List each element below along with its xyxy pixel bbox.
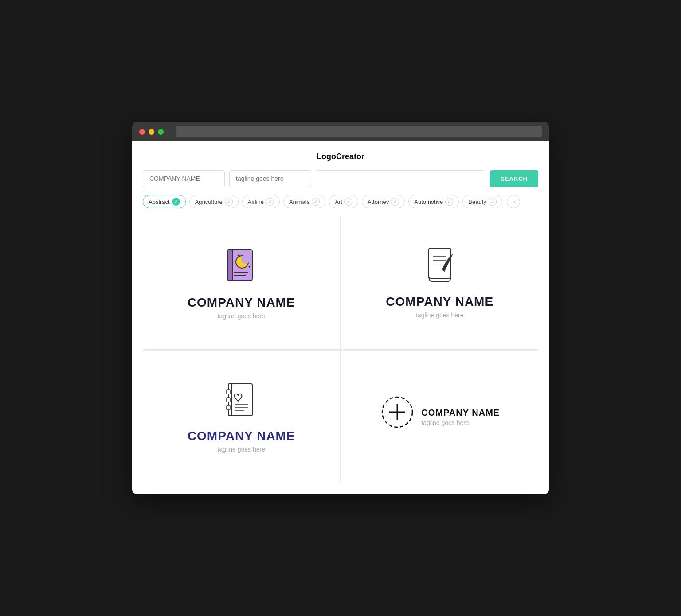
filter-label-beauty: Beauty — [468, 199, 486, 205]
logo1-tagline: tagline goes here — [218, 312, 265, 320]
filter-label-airline: Airline — [248, 199, 264, 205]
search-button[interactable]: SEARCH — [490, 170, 538, 187]
svg-rect-1 — [228, 250, 232, 281]
logo2-tagline: tagline goes here — [416, 312, 463, 319]
check-icon-attorney — [391, 198, 399, 206]
filter-chip-agriculture[interactable]: Agriculture — [189, 195, 239, 208]
filter-chip-automotive[interactable]: Automotive — [408, 195, 459, 208]
app-content: LogoCreator SEARCH Abstract Agriculture … — [132, 141, 549, 494]
logo-card-1[interactable]: ✦ ✦ COMPANY NAME tagline goes here — [143, 216, 340, 349]
svg-text:✦: ✦ — [248, 265, 251, 269]
close-button[interactable] — [139, 129, 145, 135]
app-title: LogoCreator — [143, 152, 538, 161]
filter-chip-beauty[interactable]: Beauty — [462, 195, 502, 208]
filter-bar: Abstract Agriculture Airline Animals Art… — [143, 195, 538, 208]
check-icon-agriculture — [225, 198, 233, 206]
address-bar[interactable] — [176, 126, 542, 137]
filter-label-attorney: Attorney — [368, 199, 389, 205]
logo3-tagline: tagline goes here — [218, 446, 265, 453]
circle-plus-icon — [380, 394, 415, 432]
filter-chip-attorney[interactable]: Attorney — [362, 195, 405, 208]
logo4-inline-container: COMPANY NAME tagline goes here — [380, 394, 500, 440]
logo-card-2[interactable]: COMPANY NAME tagline goes here — [341, 216, 539, 349]
filter-label-agriculture: Agriculture — [195, 199, 223, 205]
search-bar: SEARCH — [143, 170, 538, 187]
browser-titlebar — [132, 122, 549, 141]
logo4-tagline: tagline goes here — [421, 419, 500, 426]
company-name-input[interactable] — [143, 170, 225, 187]
check-icon-airline — [266, 198, 274, 206]
extra-input[interactable] — [316, 170, 485, 187]
logo4-company-name: COMPANY NAME — [421, 408, 500, 418]
filter-chip-art[interactable]: Art — [329, 195, 358, 208]
filter-label-art: Art — [335, 199, 342, 205]
svg-point-3 — [241, 255, 250, 264]
filter-chip-animals[interactable]: Animals — [283, 195, 325, 208]
document-quill-icon — [422, 247, 458, 287]
svg-rect-13 — [227, 390, 230, 394]
check-icon-art — [344, 198, 352, 206]
filter-next-button[interactable]: → — [507, 195, 520, 208]
tagline-input[interactable] — [229, 170, 311, 187]
check-icon-animals — [312, 198, 320, 206]
logo1-company-name: COMPANY NAME — [188, 296, 295, 310]
filter-label-automotive: Automotive — [414, 199, 443, 205]
logo-grid: ✦ ✦ COMPANY NAME tagline goes here — [143, 216, 538, 483]
logo-card-3[interactable]: COMPANY NAME tagline goes here — [143, 351, 340, 483]
check-icon-beauty — [489, 198, 497, 206]
filter-chip-abstract[interactable]: Abstract — [143, 195, 186, 208]
logo4-text-group: COMPANY NAME tagline goes here — [421, 408, 500, 426]
address-book-icon — [225, 382, 258, 421]
svg-rect-15 — [227, 405, 230, 410]
logo2-company-name: COMPANY NAME — [386, 295, 493, 309]
filter-label-abstract: Abstract — [149, 199, 170, 205]
magic-book-icon: ✦ ✦ — [223, 246, 259, 288]
svg-rect-14 — [227, 398, 230, 402]
filter-label-animals: Animals — [289, 199, 309, 205]
logo3-company-name: COMPANY NAME — [188, 429, 295, 443]
minimize-button[interactable] — [149, 129, 154, 135]
svg-text:✦: ✦ — [237, 253, 240, 258]
logo-card-4[interactable]: COMPANY NAME tagline goes here — [341, 351, 539, 483]
maximize-button[interactable] — [158, 129, 164, 135]
check-icon-abstract — [172, 198, 180, 206]
check-icon-automotive — [445, 198, 453, 206]
browser-window: LogoCreator SEARCH Abstract Agriculture … — [132, 122, 549, 494]
filter-chip-airline[interactable]: Airline — [242, 195, 280, 208]
